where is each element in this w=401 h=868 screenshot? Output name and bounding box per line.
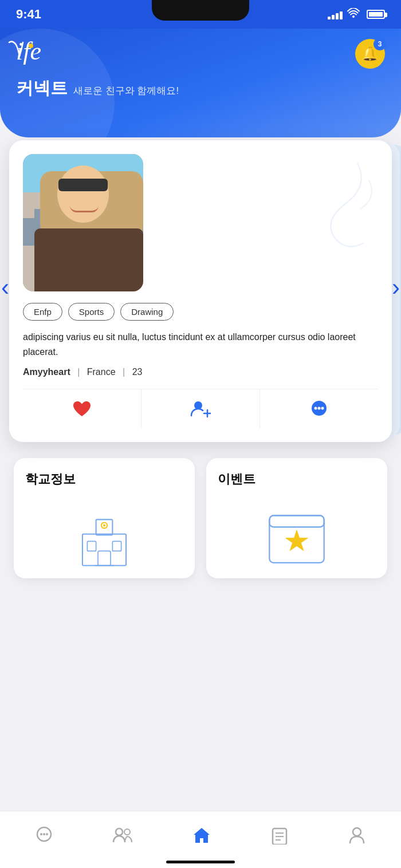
profile-photo [23, 154, 143, 291]
profile-icon [348, 826, 366, 845]
user-info: Amyyheart | France | 23 [23, 367, 378, 377]
nav-profile[interactable] [336, 822, 378, 849]
username: Amyyheart [23, 367, 70, 377]
home-icon [192, 826, 211, 845]
event-icon-area [218, 494, 376, 568]
battery-icon [367, 10, 385, 19]
event-widget-title: 이벤트 [218, 471, 376, 488]
tag-sports: Sports [68, 303, 115, 321]
notification-badge: 3 [374, 38, 386, 50]
nav-left-button[interactable]: ‹ [0, 268, 15, 307]
widgets-section: 학교정보 [0, 442, 401, 578]
header-content: ife 🔔 3 [0, 29, 401, 69]
svg-rect-14 [87, 542, 96, 551]
card-section: ‹ › [0, 140, 401, 442]
card-stack: Enfp Sports Drawing adipiscing varius eu… [9, 140, 392, 442]
connect-main-text: 커넥트 [16, 77, 68, 100]
nav-right-button[interactable]: › [386, 268, 401, 307]
school-widget-title: 학교정보 [25, 471, 183, 488]
school-icon [73, 505, 136, 568]
svg-point-28 [43, 833, 45, 835]
user-age: 23 [132, 367, 143, 377]
profile-card: Enfp Sports Drawing adipiscing varius eu… [9, 140, 392, 442]
svg-point-27 [40, 833, 42, 835]
add-friend-button[interactable] [141, 389, 260, 428]
like-button[interactable] [23, 389, 141, 428]
svg-rect-15 [112, 542, 121, 551]
tag-drawing: Drawing [120, 303, 174, 321]
signal-bars [328, 9, 343, 19]
decorative-swirl [266, 152, 380, 255]
heart-icon [72, 400, 92, 418]
notch [152, 0, 249, 21]
svg-point-5 [314, 407, 317, 410]
nav-chat[interactable] [23, 822, 65, 849]
bottom-nav [0, 811, 401, 868]
nav-friends[interactable] [101, 822, 144, 849]
profile-bio: adipiscing varius eu sit nulla, luctus t… [23, 330, 378, 359]
connect-sub-text: 새로운 친구와 함께해요! [73, 84, 179, 97]
chat-button[interactable] [260, 389, 378, 428]
connect-title: 커넥트 새로운 친구와 함께해요! [16, 77, 179, 100]
add-friend-icon [190, 400, 211, 418]
school-icon-area [25, 494, 183, 568]
event-icon [265, 505, 328, 568]
main-content: ‹ › [0, 29, 401, 811]
home-indicator [166, 861, 235, 863]
svg-point-29 [46, 833, 48, 835]
status-icons [328, 8, 385, 21]
svg-point-0 [352, 15, 355, 18]
friends-icon [112, 826, 133, 845]
svg-point-30 [116, 828, 123, 835]
svg-point-6 [318, 407, 321, 410]
user-country: France [87, 367, 116, 377]
notification-bell[interactable]: 🔔 3 [355, 39, 385, 69]
status-time: 9:41 [16, 7, 41, 22]
tags-row: Enfp Sports Drawing [23, 303, 378, 321]
svg-point-7 [321, 407, 324, 410]
app-logo: ife [16, 39, 41, 64]
svg-rect-8 [82, 534, 126, 566]
logo-dot [29, 44, 33, 48]
svg-marker-25 [286, 530, 308, 551]
svg-line-11 [104, 509, 112, 513]
nav-board[interactable] [259, 822, 300, 849]
school-widget[interactable]: 학교정보 [14, 458, 195, 578]
action-row [23, 389, 378, 428]
svg-rect-16 [98, 551, 111, 566]
svg-point-31 [124, 829, 130, 835]
board-icon [270, 826, 289, 845]
nav-home[interactable] [180, 821, 223, 850]
svg-rect-21 [269, 516, 324, 527]
event-widget[interactable]: 이벤트 [206, 458, 387, 578]
tag-enfp: Enfp [23, 303, 62, 321]
wifi-icon [347, 8, 360, 21]
chat-bubble-icon [35, 826, 53, 845]
chat-icon [309, 400, 329, 418]
svg-point-13 [103, 524, 105, 527]
svg-point-36 [353, 828, 361, 836]
